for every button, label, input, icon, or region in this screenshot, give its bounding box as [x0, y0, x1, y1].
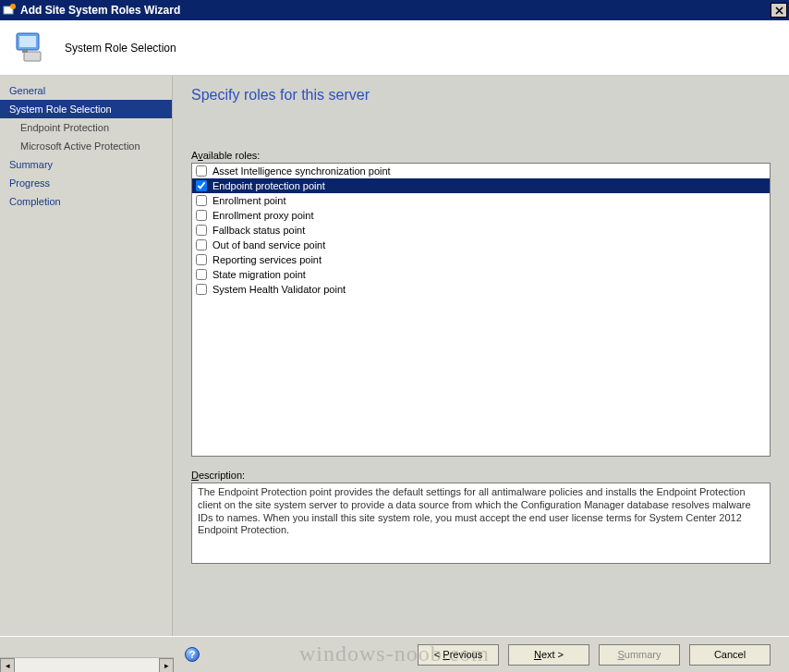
role-label: Endpoint protection point — [212, 180, 325, 191]
cancel-button[interactable]: Cancel — [689, 644, 771, 666]
window-title: Add Site System Roles Wizard — [20, 4, 771, 17]
computer-monitor-icon — [11, 28, 52, 68]
role-row[interactable]: Enrollment proxy point — [192, 208, 770, 223]
role-label: State migration point — [212, 269, 306, 280]
header-title: System Role Selection — [65, 42, 176, 55]
svg-rect-5 — [22, 50, 28, 53]
content-panel: Specify roles for this server Available … — [173, 76, 789, 636]
role-row[interactable]: Asset Intelligence synchronization point — [192, 164, 770, 178]
previous-button[interactable]: < Previous — [418, 644, 499, 666]
description-label: Description: — [191, 470, 771, 481]
nav-item-endpoint-protection[interactable]: Endpoint Protection — [0, 118, 172, 137]
available-roles-list[interactable]: Asset Intelligence synchronization point… — [191, 163, 771, 457]
horizontal-scrollbar[interactable]: ◂ ▸ — [0, 657, 174, 672]
role-label: Asset Intelligence synchronization point — [212, 165, 391, 177]
close-button[interactable] — [771, 3, 787, 18]
role-checkbox[interactable] — [196, 165, 207, 177]
header-band: System Role Selection — [0, 20, 789, 76]
scroll-right-icon[interactable]: ▸ — [159, 658, 174, 672]
scroll-track[interactable] — [15, 658, 159, 672]
role-label: Fallback status point — [212, 225, 305, 236]
role-label: Enrollment proxy point — [212, 210, 313, 221]
title-bar: Add Site System Roles Wizard — [0, 0, 789, 20]
role-row[interactable]: System Health Validator point — [192, 282, 770, 297]
page-heading: Specify roles for this server — [191, 87, 771, 104]
role-row[interactable]: Endpoint protection point — [192, 178, 770, 193]
role-checkbox[interactable] — [196, 195, 207, 206]
nav-item-system-role-selection[interactable]: System Role Selection — [0, 100, 172, 118]
svg-point-1 — [10, 4, 16, 9]
next-button[interactable]: Next > — [508, 644, 589, 666]
role-checkbox[interactable] — [196, 180, 207, 191]
role-checkbox[interactable] — [196, 284, 207, 295]
close-icon — [775, 6, 783, 15]
nav-item-general[interactable]: General — [0, 81, 172, 100]
summary-button[interactable]: Summary — [599, 644, 680, 666]
svg-rect-3 — [19, 36, 36, 47]
role-row[interactable]: Out of band service point — [192, 238, 770, 252]
role-label: System Health Validator point — [212, 284, 346, 295]
role-label: Enrollment point — [212, 195, 286, 206]
role-checkbox[interactable] — [196, 254, 207, 265]
role-checkbox[interactable] — [196, 239, 207, 250]
description-text: The Endpoint Protection point provides t… — [191, 483, 771, 564]
wizard-icon — [2, 3, 17, 18]
scroll-left-icon[interactable]: ◂ — [0, 658, 15, 672]
main-area: GeneralSystem Role SelectionEndpoint Pro… — [0, 76, 789, 636]
role-label: Reporting services point — [212, 254, 322, 265]
nav-item-microsoft-active-protection[interactable]: Microsoft Active Protection — [0, 137, 172, 155]
role-checkbox[interactable] — [196, 210, 207, 221]
role-checkbox[interactable] — [196, 225, 207, 236]
nav-item-completion[interactable]: Completion — [0, 192, 172, 211]
role-row[interactable]: Reporting services point — [192, 252, 770, 267]
role-label: Out of band service point — [212, 239, 325, 250]
nav-item-summary[interactable]: Summary — [0, 155, 172, 174]
help-icon[interactable]: ? — [185, 647, 200, 662]
nav-item-progress[interactable]: Progress — [0, 174, 172, 192]
role-row[interactable]: Fallback status point — [192, 223, 770, 238]
role-row[interactable]: State migration point — [192, 267, 770, 282]
available-roles-label: Available roles: — [191, 150, 771, 161]
svg-rect-4 — [24, 52, 41, 61]
role-row[interactable]: Enrollment point — [192, 193, 770, 208]
role-checkbox[interactable] — [196, 269, 207, 280]
wizard-nav-sidebar: GeneralSystem Role SelectionEndpoint Pro… — [0, 76, 173, 636]
